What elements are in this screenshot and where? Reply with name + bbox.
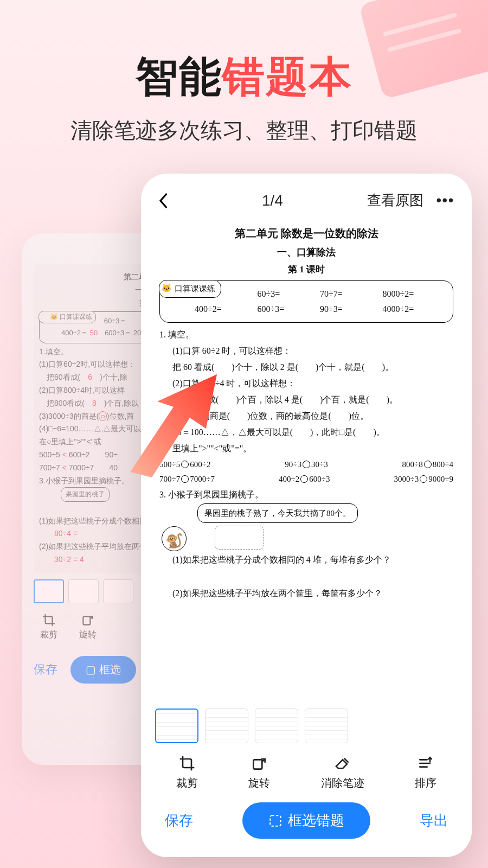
svg-rect-2 — [270, 815, 281, 826]
back-button[interactable] — [158, 193, 178, 209]
chevron-left-icon — [158, 193, 169, 209]
select-errors-label: 框选错题 — [288, 811, 344, 830]
back-crop-tool: 裁剪 — [40, 613, 57, 641]
svg-rect-1 — [254, 760, 262, 769]
navbar: 1/4 查看原图 ••• — [141, 174, 472, 216]
headline-part1: 智能 — [136, 53, 222, 100]
thumbnail[interactable] — [255, 709, 298, 743]
erase-button[interactable]: 消除笔迹 — [321, 754, 364, 790]
more-button[interactable]: ••• — [436, 192, 454, 209]
tool-label: 消除笔迹 — [321, 776, 364, 790]
footer-bar: 保存 框选错题 导出 — [141, 795, 472, 857]
export-button[interactable]: 导出 — [420, 811, 448, 830]
question-1: 1. 填空。 — [159, 327, 453, 342]
tool-label: 排序 — [415, 776, 436, 790]
toolbar: 裁剪 旋转 消除笔迹 排序 — [141, 746, 472, 795]
doc-title: 第二单元 除数是一位数的除法 — [156, 224, 457, 243]
thumbnail-strip — [141, 702, 472, 746]
view-original-button[interactable]: 查看原图 — [367, 191, 423, 210]
back-save-link: 保存 — [34, 661, 57, 678]
sort-button[interactable]: 排序 — [415, 754, 436, 790]
rotate-button[interactable]: 旋转 — [248, 754, 270, 790]
doc-lesson: 第 1 课时 — [156, 261, 457, 278]
practice-tag: 口算课课练 — [159, 280, 221, 297]
tool-label: 裁剪 — [176, 776, 198, 790]
page-counter: 1/4 — [178, 192, 367, 209]
question-3: 3. 小猴子到果园里摘桃子。 — [159, 487, 453, 502]
svg-rect-0 — [83, 616, 90, 624]
save-button[interactable]: 保存 — [165, 811, 193, 830]
phone-preview-front: 1/4 查看原图 ••• 第二单元 除数是一位数的除法 一、口算除法 第 1 课… — [141, 174, 472, 857]
speech-bubble: 果园里的桃子熟了，今天我共摘了80个。 — [197, 503, 358, 523]
monkey-icon — [162, 526, 187, 551]
thumbnail[interactable] — [305, 709, 348, 743]
back-select-button: ▢ 框选 — [70, 656, 136, 684]
rotate-icon — [250, 754, 268, 773]
doc-section: 一、口算除法 — [156, 244, 457, 261]
headline-part2: 错题本 — [222, 53, 352, 100]
selection-icon — [268, 814, 282, 828]
sort-icon — [416, 754, 435, 773]
thumbnail[interactable] — [205, 709, 248, 743]
select-errors-button[interactable]: 框选错题 — [242, 802, 370, 839]
thumbnail[interactable] — [155, 709, 198, 743]
back-rotate-tool: 旋转 — [79, 613, 97, 641]
practice-box: 口算课课练 40÷2= 60÷3= 70÷7= 8000÷2= 400÷2= 6… — [159, 280, 453, 323]
tool-label: 旋转 — [248, 776, 270, 790]
crop-button[interactable]: 裁剪 — [176, 754, 198, 790]
eraser-icon — [333, 754, 352, 773]
peach-pile-icon — [215, 526, 264, 550]
crop-icon — [178, 754, 196, 773]
subtitle: 清除笔迹多次练习、整理、打印错题 — [0, 116, 488, 145]
arrow-icon — [125, 369, 239, 477]
